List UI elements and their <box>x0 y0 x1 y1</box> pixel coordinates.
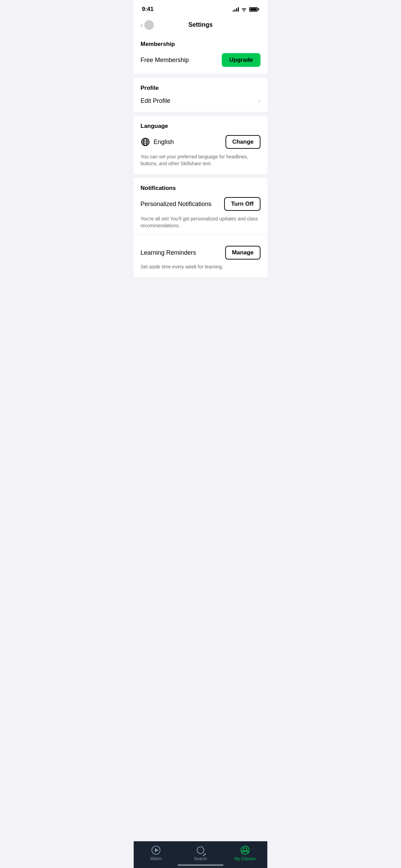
language-section-title: Language <box>141 123 260 130</box>
status-bar: 9:41 <box>134 0 267 17</box>
profile-section: Profile Edit Profile › <box>134 78 267 112</box>
change-language-button[interactable]: Change <box>226 135 260 149</box>
section-divider <box>134 234 267 235</box>
nav-header: ‹ Settings <box>134 17 267 34</box>
edit-profile-row[interactable]: Edit Profile › <box>141 97 260 105</box>
turn-off-button[interactable]: Turn Off <box>224 197 260 211</box>
learning-reminders-desc: Set aside time every week for learning. <box>141 264 260 270</box>
status-icons <box>233 7 259 12</box>
personalized-notifications-desc: You're all set! You'll get personalized … <box>141 216 260 229</box>
personalized-notifications-row: Personalized Notifications Turn Off <box>141 197 260 211</box>
membership-label: Free Membership <box>141 57 189 64</box>
status-time: 9:41 <box>142 6 154 13</box>
globe-icon <box>141 137 150 147</box>
language-section: Language English Change You can set your… <box>134 116 267 174</box>
myclasses-tab-icon <box>240 845 250 855</box>
personalized-notifications-label: Personalized Notifications <box>141 201 211 208</box>
myclasses-tab-label: My Classes <box>234 856 256 861</box>
person-circle-icon <box>241 846 250 855</box>
profile-section-title: Profile <box>141 85 260 92</box>
membership-section-title: Membership <box>141 41 260 48</box>
watch-tab-label: Watch <box>150 856 162 861</box>
signal-bars-icon <box>233 7 239 12</box>
learning-reminders-label: Learning Reminders <box>141 249 196 256</box>
back-avatar <box>144 20 154 30</box>
search-magnifier-icon <box>197 846 204 854</box>
battery-icon <box>249 7 259 12</box>
manage-button[interactable]: Manage <box>225 246 260 260</box>
edit-profile-label: Edit Profile <box>141 97 170 105</box>
language-left: English <box>141 137 174 147</box>
back-chevron-icon: ‹ <box>141 22 143 28</box>
watch-tab-icon <box>151 845 161 855</box>
tab-watch[interactable]: Watch <box>134 845 178 861</box>
back-button[interactable]: ‹ <box>141 20 154 30</box>
learning-reminders-row: Learning Reminders Manage <box>141 240 260 260</box>
tab-search[interactable]: Search <box>178 845 223 861</box>
membership-section: Membership Free Membership Upgrade <box>134 34 267 74</box>
search-tab-icon <box>196 845 205 855</box>
upgrade-button[interactable]: Upgrade <box>222 53 260 67</box>
page-title: Settings <box>188 21 212 28</box>
wifi-icon <box>241 7 247 12</box>
tab-myclasses[interactable]: My Classes <box>223 845 267 861</box>
play-circle-icon <box>151 846 160 855</box>
search-tab-label: Search <box>194 856 207 861</box>
membership-row: Free Membership Upgrade <box>141 53 260 67</box>
language-label: English <box>154 138 174 146</box>
chevron-right-icon: › <box>258 97 260 105</box>
home-indicator <box>178 864 223 866</box>
notifications-section-title: Notifications <box>141 185 260 192</box>
language-row: English Change <box>141 135 260 149</box>
content: Membership Free Membership Upgrade Profi… <box>134 34 267 312</box>
language-description: You can set your preferred language for … <box>141 154 260 167</box>
notifications-section: Notifications Personalized Notifications… <box>134 178 267 277</box>
